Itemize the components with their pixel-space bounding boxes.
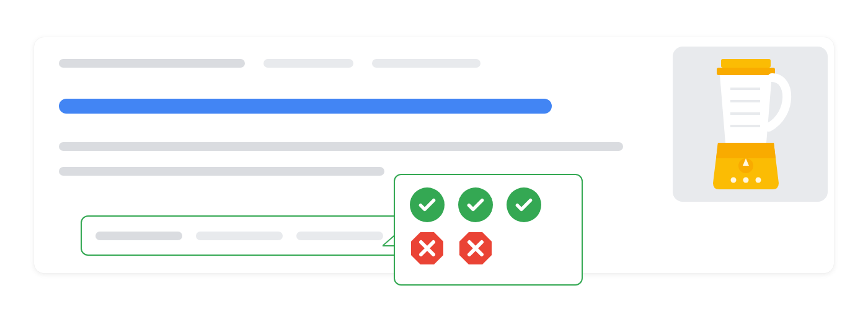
pros-cons-chip-row <box>81 215 415 256</box>
svg-rect-4 <box>721 59 771 68</box>
svg-point-13 <box>755 178 761 183</box>
check-icon <box>410 187 445 222</box>
breadcrumb-segment <box>59 59 245 68</box>
svg-rect-5 <box>717 68 775 75</box>
check-icon <box>507 187 541 222</box>
pros-cons-callout <box>394 174 583 286</box>
pros-row <box>410 187 567 222</box>
breadcrumb-segment <box>264 59 353 68</box>
chip-placeholder <box>296 232 383 240</box>
svg-point-12 <box>743 178 748 183</box>
check-icon <box>458 187 493 222</box>
product-thumbnail <box>673 47 828 202</box>
result-title-placeholder[interactable] <box>59 99 552 114</box>
x-octagon-icon <box>458 231 493 266</box>
x-octagon-icon <box>410 231 445 266</box>
chip-placeholder <box>196 232 283 240</box>
svg-point-11 <box>730 178 736 183</box>
breadcrumb-segment <box>372 59 480 68</box>
blender-icon <box>699 59 802 189</box>
chip-placeholder <box>95 232 182 240</box>
description-line <box>59 142 623 151</box>
cons-row <box>410 231 567 266</box>
description-line <box>59 167 384 176</box>
